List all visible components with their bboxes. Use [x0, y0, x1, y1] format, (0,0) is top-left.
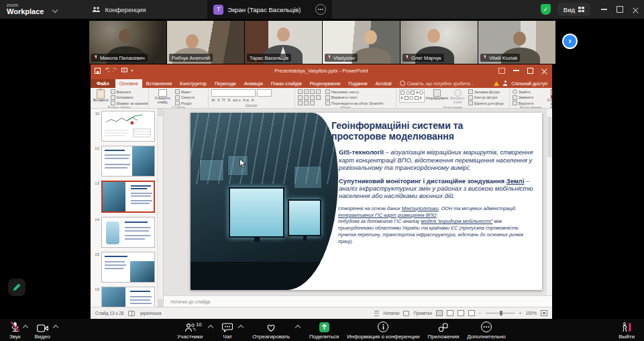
editor-scrollbar[interactable]	[546, 109, 552, 295]
slide-thumbnail-16[interactable]	[101, 287, 155, 307]
slide-thumbnail-13-selected[interactable]	[101, 181, 155, 213]
select-button[interactable]: Виділити	[513, 101, 533, 105]
participant-tile[interactable]: Олег Марчук	[400, 21, 478, 64]
tab-screen-share[interactable]: T Экран (Тарас Васильців)	[207, 0, 332, 19]
save-icon[interactable]	[95, 68, 101, 74]
create-pdf-button[interactable]: Створити PDF-файл	[547, 89, 552, 109]
tab-options-icon[interactable]	[315, 4, 326, 15]
zoom-in-button[interactable]: +	[519, 311, 522, 315]
participant-tile[interactable]: Микола Паласевич	[89, 21, 166, 64]
participant-tile[interactable]: Vladyslav	[323, 21, 400, 64]
language-label[interactable]: українська	[140, 311, 161, 315]
undo-icon[interactable]	[104, 68, 109, 73]
ppt-share-button[interactable]: Спільний доступ	[511, 81, 547, 86]
section-button[interactable]: Розділ	[175, 101, 195, 105]
font-name-box[interactable]	[211, 89, 256, 97]
participant-tile[interactable]: Рибчук Анатолій	[167, 21, 244, 64]
quick-styles-button[interactable]: Експрес-стилі	[449, 89, 466, 104]
tab-review[interactable]: Рецензування	[306, 79, 345, 89]
arrange-button[interactable]: Упорядкувати	[427, 89, 447, 101]
video-button[interactable]: Видео	[32, 321, 52, 340]
redo-icon[interactable]	[113, 68, 118, 73]
zoom-out-button[interactable]: −	[479, 311, 482, 315]
slide-thumbnail-15[interactable]	[101, 252, 155, 283]
participant-tile[interactable]: Vitalii Koziak	[478, 21, 555, 64]
participants-button[interactable]: 10 Участники	[174, 321, 205, 340]
close-button[interactable]	[633, 7, 639, 13]
ppt-close-button[interactable]	[541, 68, 547, 74]
copy-button[interactable]: Копіювати	[111, 95, 148, 100]
tab-meeting[interactable]: Конференция	[92, 6, 146, 13]
shape-fill-button[interactable]: Заливка фігури	[468, 89, 504, 94]
react-options-chevron[interactable]	[295, 324, 301, 330]
format-painter-button[interactable]: Формат за зразком	[111, 101, 148, 105]
normal-view-icon[interactable]	[436, 310, 443, 316]
chat-button[interactable]: Чат	[219, 321, 235, 340]
tell-me-box[interactable]: Скажіть, що потрібно зробити...	[400, 81, 474, 88]
shapes-gallery[interactable]	[399, 89, 425, 103]
warning-icon[interactable]	[494, 81, 499, 86]
new-slide-button[interactable]: Створити слайд	[152, 89, 173, 104]
audio-button[interactable]: Звук	[7, 321, 23, 340]
zoom-level[interactable]: 100%	[525, 311, 537, 315]
slide-thumbnail-12[interactable]	[101, 146, 155, 177]
meeting-info-button[interactable]: Информация о конференции	[344, 321, 422, 340]
tab-transitions[interactable]: Переходи	[211, 79, 240, 89]
tab-view[interactable]: Подання	[344, 79, 371, 89]
convert-smartart-button[interactable]: Перетворити на об'єкт SmartArt	[325, 101, 384, 105]
comments-icon[interactable]	[403, 311, 409, 316]
next-participants-button[interactable]: ›	[562, 34, 578, 49]
notes-pane[interactable]: Нотатки до слайда	[164, 295, 552, 307]
zoom-slider[interactable]	[486, 313, 515, 314]
ribbon-display-options-icon[interactable]	[498, 68, 505, 74]
slide-sorter-view-icon[interactable]	[447, 310, 453, 316]
tab-home[interactable]: Основне	[115, 79, 142, 89]
react-button[interactable]: Отреагировать	[250, 321, 292, 340]
comments-label[interactable]: Примітки	[413, 311, 431, 315]
tab-animations[interactable]: Анімація	[240, 79, 267, 89]
participants-options-chevron[interactable]	[208, 324, 213, 330]
reading-view-icon[interactable]	[458, 310, 464, 316]
slide-thumbnail-11[interactable]	[101, 111, 155, 142]
text-direction-button[interactable]: Напрямок тексту	[325, 89, 384, 94]
minimize-button[interactable]	[601, 9, 607, 10]
slideshow-view-icon[interactable]	[468, 310, 475, 316]
start-slideshow-icon[interactable]	[121, 68, 127, 73]
tab-insert[interactable]: Вставлення	[142, 79, 176, 89]
view-button[interactable]: Вид	[557, 3, 590, 16]
chat-options-chevron[interactable]	[238, 324, 244, 330]
tab-slideshow[interactable]: Показ слайдів	[267, 79, 306, 89]
share-screen-button[interactable]: Поделиться	[307, 321, 341, 340]
thumbnail-scrollbar[interactable]	[157, 109, 163, 307]
video-options-chevron[interactable]	[53, 324, 58, 330]
participant-tile-active-speaker[interactable]: Тарас Васильців	[245, 21, 322, 64]
align-text-button[interactable]: Вирівняти текст	[325, 95, 384, 100]
shape-outline-button[interactable]: Контур фігури	[468, 95, 504, 100]
tab-design[interactable]: Конструктор	[176, 79, 211, 89]
more-button[interactable]: Дополнительно	[464, 321, 508, 340]
slide-thumbnail-14[interactable]	[101, 217, 155, 248]
notes-toggle-icon[interactable]	[374, 311, 379, 316]
replace-button[interactable]: Замінити	[513, 95, 533, 100]
audio-options-chevron[interactable]	[23, 324, 28, 330]
chevron-down-icon[interactable]	[52, 7, 58, 13]
layout-button[interactable]: Макет	[175, 89, 195, 94]
qat-customize-icon[interactable]	[131, 70, 133, 72]
font-size-box[interactable]	[257, 89, 272, 97]
ppt-restore-button[interactable]	[527, 68, 533, 74]
fit-to-window-icon[interactable]	[541, 310, 547, 316]
security-shield-icon[interactable]: ✓	[541, 4, 551, 15]
restore-button[interactable]	[616, 6, 623, 13]
notes-toggle-label[interactable]: Нотатки	[383, 311, 399, 315]
tab-acrobat[interactable]: Acrobat	[372, 79, 396, 89]
reset-button[interactable]: Скинути	[175, 95, 195, 100]
tab-file[interactable]: Файл	[91, 79, 115, 89]
font-format-buttons[interactable]: Ж К П S abc Аа А	[211, 98, 292, 102]
annotate-button[interactable]	[8, 279, 25, 296]
find-button[interactable]: Знайти	[513, 89, 530, 94]
shape-effects-button[interactable]: Ефекти для фігур	[468, 101, 504, 105]
apps-button[interactable]: Приложения	[425, 321, 462, 340]
paste-button[interactable]: Вставити	[93, 89, 109, 103]
ppt-minimize-button[interactable]	[513, 70, 519, 71]
leave-button[interactable]: Выйти	[616, 321, 637, 340]
